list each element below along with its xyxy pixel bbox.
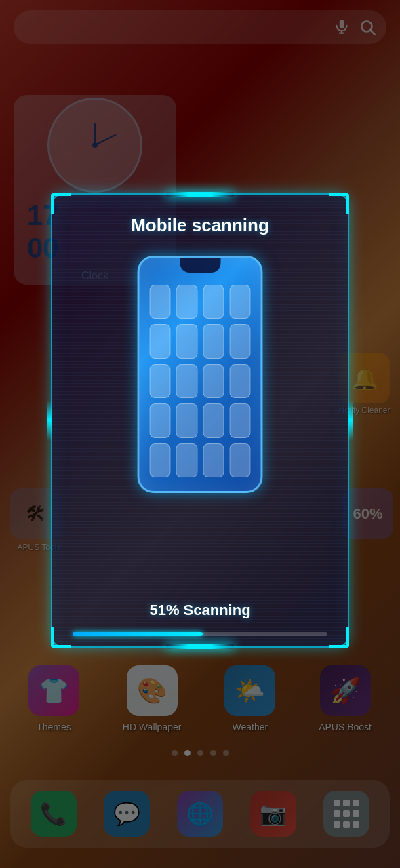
phone-app-2: [176, 285, 197, 319]
phone-app-15: [203, 403, 224, 437]
phone-app-18: [176, 443, 197, 477]
phone-app-17: [150, 443, 171, 477]
phone-app-9: [150, 364, 171, 398]
bottom-accent: [166, 644, 234, 649]
progress-bar-container: [73, 632, 327, 636]
progress-bar-fill: [73, 632, 203, 636]
phone-app-grid: [150, 285, 251, 477]
scan-frame: Mobile scanning: [51, 193, 349, 648]
phone-app-1: [150, 285, 171, 319]
phone-app-5: [150, 324, 171, 358]
phone-app-8: [229, 324, 250, 358]
corner-bl: [51, 627, 71, 648]
phone-illustration: [138, 256, 263, 493]
side-notch-right: [348, 400, 353, 441]
phone-notch: [180, 258, 220, 273]
phone-app-14: [176, 403, 197, 437]
phone-app-11: [203, 364, 224, 398]
scan-title: Mobile scanning: [52, 215, 348, 236]
phone-app-19: [203, 443, 224, 477]
corner-tl: [51, 193, 71, 214]
phone-app-10: [176, 364, 197, 398]
corner-br: [329, 627, 349, 648]
phone-app-16: [229, 403, 250, 437]
phone-app-3: [203, 285, 224, 319]
phone-app-6: [176, 324, 197, 358]
phone-app-13: [150, 403, 171, 437]
scan-modal: Mobile scanning: [51, 193, 349, 648]
top-accent: [166, 192, 234, 197]
phone-app-12: [229, 364, 250, 398]
side-notch-left: [47, 400, 52, 441]
phone-app-20: [229, 443, 250, 477]
scan-progress-text: 51% Scanning: [52, 601, 348, 619]
phone-app-4: [229, 285, 250, 319]
corner-tr: [329, 193, 349, 214]
phone-app-7: [203, 324, 224, 358]
